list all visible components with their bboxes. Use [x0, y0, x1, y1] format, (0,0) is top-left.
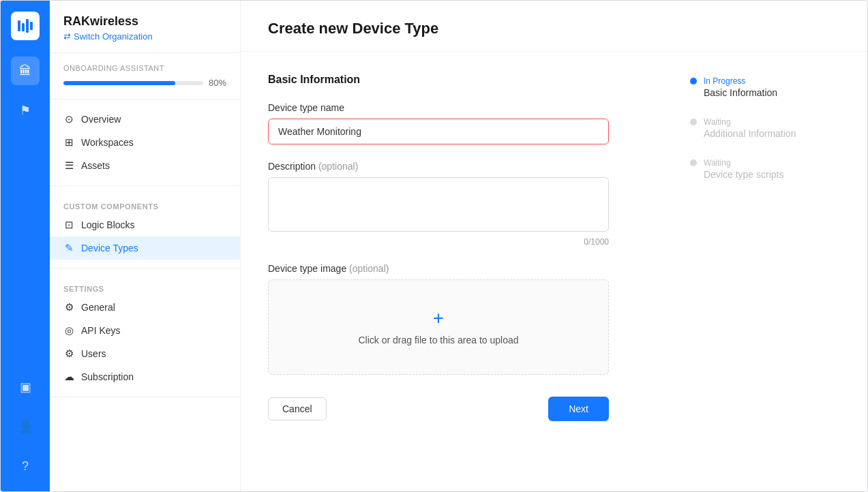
settings-section-label: SETTINGS: [50, 277, 240, 296]
sidebar-item-general-label: General: [81, 302, 115, 313]
description-group: Description (optional) 0/1000: [268, 161, 649, 247]
sidebar-item-api-keys-label: API Keys: [81, 325, 121, 336]
sidebar-item-device-types[interactable]: ✎ Device Types: [50, 236, 240, 260]
device-type-name-input[interactable]: [269, 119, 608, 144]
sidebar-item-workspaces-label: Workspaces: [81, 137, 134, 148]
step-basic-info-dot: [690, 78, 697, 84]
sidebar-item-users-label: Users: [81, 348, 106, 359]
step-additional-info-header: Waiting: [690, 117, 840, 127]
step-device-scripts-dot: [690, 159, 697, 166]
onboarding-label: ONBOARDING ASSISTANT: [63, 64, 226, 72]
switch-org-button[interactable]: ⇄ Switch Organization: [63, 31, 226, 42]
main-content: Create new Device Type Basic Information…: [241, 1, 867, 491]
sidebar-item-workspaces[interactable]: ⊞ Workspaces: [50, 131, 240, 154]
sidebar-item-assets[interactable]: ☰ Assets: [50, 154, 240, 177]
cancel-button[interactable]: Cancel: [268, 397, 327, 420]
step-additional-info-status: Waiting: [704, 117, 731, 127]
custom-components-nav-section: CUSTOM COMPONENTS ⊡ Logic Blocks ✎ Devic…: [50, 186, 240, 268]
sidebar-item-assets-label: Assets: [81, 160, 110, 171]
step-basic-info-name: Basic Information: [704, 87, 840, 98]
form-section: Basic Information Device type name Descr…: [268, 74, 649, 470]
step-device-scripts-status: Waiting: [704, 158, 731, 168]
users-icon: ⚙: [63, 348, 74, 359]
next-button[interactable]: Next: [548, 397, 609, 421]
icon-nav-help[interactable]: ?: [11, 452, 40, 480]
svg-rect-2: [26, 19, 29, 33]
image-upload-area[interactable]: + Click or drag file to this area to upl…: [268, 279, 609, 375]
progress-bar-container: 80%: [63, 78, 226, 88]
switch-icon: ⇄: [63, 31, 71, 42]
upload-text: Click or drag file to this area to uploa…: [358, 335, 518, 345]
workspaces-icon: ⊞: [63, 137, 74, 148]
icon-sidebar: 🏛 ⚑ ▣ 👤 ?: [1, 1, 50, 491]
assets-icon: ☰: [63, 160, 74, 171]
device-type-image-group: Device type image (optional) + Click or …: [268, 263, 649, 375]
sidebar-item-logic-blocks-label: Logic Blocks: [81, 219, 135, 230]
step-additional-info-name: Additional Information: [704, 128, 840, 139]
sidebar-item-subscription-label: Subscription: [81, 371, 134, 382]
sidebar-item-general[interactable]: ⚙ General: [50, 296, 240, 319]
nav-sidebar: RAKwireless ⇄ Switch Organization ONBOAR…: [50, 1, 241, 491]
step-basic-info-header: In Progress: [690, 76, 840, 86]
progress-bar-fill: [63, 81, 175, 85]
custom-components-label: CUSTOM COMPONENTS: [50, 194, 240, 213]
onboarding-section: ONBOARDING ASSISTANT 80%: [50, 53, 240, 99]
settings-nav-section: SETTINGS ⚙ General ◎ API Keys ⚙ Users ☁ …: [50, 268, 240, 397]
icon-nav-flag[interactable]: ⚑: [11, 96, 40, 125]
device-types-icon: ✎: [63, 243, 74, 253]
step-device-scripts-name: Device type scripts: [704, 169, 840, 180]
main-nav-section: ⊙ Overview ⊞ Workspaces ☰ Assets: [50, 99, 240, 186]
step-basic-info: In Progress Basic Information: [690, 76, 840, 98]
step-device-scripts: Waiting Device type scripts: [690, 158, 840, 180]
overview-icon: ⊙: [63, 114, 74, 125]
org-name: RAKwireless: [63, 14, 226, 29]
progress-steps: In Progress Basic Information Waiting Ad…: [690, 74, 840, 470]
icon-nav-building[interactable]: 🏛: [11, 57, 40, 85]
logic-blocks-icon: ⊡: [63, 219, 74, 230]
icon-nav-user[interactable]: 👤: [11, 412, 40, 441]
subscription-icon: ☁: [63, 371, 74, 382]
sidebar-item-subscription[interactable]: ☁ Subscription: [50, 365, 240, 388]
sidebar-item-overview[interactable]: ⊙ Overview: [50, 108, 240, 131]
content-area: Basic Information Device type name Descr…: [241, 52, 867, 491]
sidebar-item-overview-label: Overview: [81, 114, 121, 125]
switch-org-label: Switch Organization: [74, 31, 153, 42]
description-textarea[interactable]: [268, 177, 609, 232]
device-type-name-label: Device type name: [268, 102, 649, 113]
step-basic-info-status: In Progress: [704, 76, 745, 86]
char-count: 0/1000: [268, 237, 609, 247]
org-header: RAKwireless ⇄ Switch Organization: [50, 1, 240, 53]
device-type-name-input-wrapper: [268, 119, 609, 144]
sidebar-item-users[interactable]: ⚙ Users: [50, 342, 240, 365]
step-additional-info: Waiting Additional Information: [690, 117, 840, 139]
sidebar-item-logic-blocks[interactable]: ⊡ Logic Blocks: [50, 213, 240, 236]
step-additional-info-dot: [690, 119, 697, 125]
upload-plus-icon: +: [433, 309, 444, 328]
page-title: Create new Device Type: [268, 20, 840, 37]
progress-percentage: 80%: [209, 78, 226, 88]
icon-nav-terminal[interactable]: ▣: [11, 373, 40, 401]
step-device-scripts-header: Waiting: [690, 158, 840, 168]
svg-rect-1: [22, 23, 25, 31]
app-logo[interactable]: [11, 12, 40, 40]
sidebar-item-api-keys[interactable]: ◎ API Keys: [50, 319, 240, 342]
page-header: Create new Device Type: [241, 1, 867, 52]
svg-rect-3: [30, 22, 33, 30]
sidebar-item-device-types-label: Device Types: [81, 243, 138, 253]
form-actions: Cancel Next: [268, 397, 609, 421]
svg-rect-0: [18, 20, 20, 31]
progress-bar-bg: [63, 81, 203, 85]
general-icon: ⚙: [63, 302, 74, 313]
device-type-name-group: Device type name: [268, 102, 649, 144]
form-section-title: Basic Information: [268, 74, 649, 86]
device-type-image-label: Device type image (optional): [268, 263, 649, 274]
description-label: Description (optional): [268, 161, 649, 172]
api-keys-icon: ◎: [63, 325, 74, 336]
